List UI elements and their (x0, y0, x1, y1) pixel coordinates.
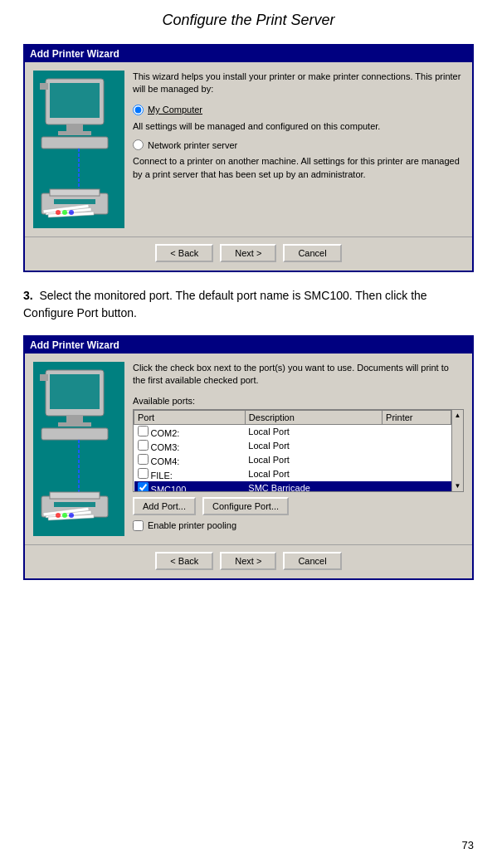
option2-desc: Connect to a printer on another machine.… (133, 155, 464, 181)
configure-port-button[interactable]: Configure Port... (202, 497, 289, 515)
dialog1: Add Printer Wizard (23, 44, 474, 272)
dialog2-buttons: < Back Next > Cancel (25, 544, 472, 578)
svg-point-28 (62, 513, 67, 518)
svg-rect-17 (40, 374, 48, 381)
dialog1-desc: This wizard helps you install your print… (133, 71, 464, 96)
dialog2-desc: Click the check box next to the port(s) … (133, 362, 464, 388)
svg-rect-19 (58, 422, 91, 427)
svg-point-27 (56, 513, 61, 518)
option2-label: Network printer server (148, 140, 237, 150)
option1-desc: All settings will be managed and configu… (133, 120, 464, 133)
svg-rect-8 (54, 199, 95, 204)
port-row-com4[interactable]: COM4: Local Port (134, 453, 451, 467)
svg-rect-23 (54, 502, 95, 507)
page-title: Configure the Print Server (0, 0, 497, 44)
port-com3-check[interactable]: COM3: (134, 439, 246, 453)
port-smc100-desc: SMC Barricade (245, 481, 382, 492)
svg-rect-5 (41, 137, 108, 149)
step3-text: 3. Select the monitored port. The defaul… (23, 287, 474, 322)
port-com2-desc: Local Port (245, 424, 382, 439)
scroll-down-arrow[interactable]: ▼ (453, 480, 463, 491)
port-smc100-check[interactable]: SMC100 (134, 481, 246, 492)
dialog1-content: This wizard helps you install your print… (133, 71, 464, 228)
dialog2-next-button[interactable]: Next > (220, 552, 276, 570)
svg-rect-18 (66, 416, 83, 422)
dialog2-titlebar: Add Printer Wizard (25, 337, 472, 354)
dialog2-back-button[interactable]: < Back (155, 552, 213, 570)
dialog1-buttons: < Back Next > Cancel (25, 237, 472, 271)
dialog2-content: Click the check box next to the port(s) … (133, 362, 464, 536)
port-com4-printer (382, 453, 451, 467)
enable-pooling-row[interactable]: Enable printer pooling (133, 520, 464, 531)
svg-point-13 (62, 210, 67, 215)
port-row-com3[interactable]: COM3: Local Port (134, 439, 451, 453)
dialog2-cancel-button[interactable]: Cancel (283, 552, 341, 570)
svg-rect-20 (41, 428, 108, 440)
svg-rect-1 (50, 83, 100, 118)
ports-scrollbar[interactable]: ▲ ▼ (451, 410, 463, 491)
checkbox-com2[interactable] (138, 426, 149, 436)
svg-rect-7 (50, 189, 100, 196)
port-row-file[interactable]: FILE: Local Port (134, 467, 451, 481)
dialog1-option2[interactable]: Network printer server (133, 139, 464, 150)
enable-pooling-label: Enable printer pooling (148, 520, 236, 530)
checkbox-com4[interactable] (138, 454, 149, 465)
port-com3-printer (382, 439, 451, 453)
svg-rect-2 (40, 83, 48, 90)
ports-table-container[interactable]: Port Description Printer COM2: Local Por… (133, 409, 464, 492)
port-com3-desc: Local Port (245, 439, 382, 453)
col-desc: Description (245, 410, 382, 424)
port-com4-desc: Local Port (245, 453, 382, 467)
port-action-buttons: Add Port... Configure Port... (133, 497, 464, 515)
col-printer: Printer (382, 410, 451, 424)
radio-mycomputer[interactable] (133, 105, 144, 115)
port-file-check[interactable]: FILE: (134, 467, 246, 481)
ports-label: Available ports: (133, 396, 464, 406)
dialog2-image (33, 362, 124, 536)
svg-point-29 (69, 513, 74, 518)
dialog2: Add Printer Wizard (23, 335, 474, 580)
svg-rect-3 (66, 124, 83, 131)
dialog1-image (33, 71, 124, 228)
option1-label: My Computer (148, 105, 202, 115)
ports-table: Port Description Printer COM2: Local Por… (134, 410, 451, 492)
add-port-button[interactable]: Add Port... (133, 497, 196, 515)
dialog1-next-button[interactable]: Next > (220, 244, 276, 262)
port-file-desc: Local Port (245, 467, 382, 481)
svg-rect-22 (50, 492, 100, 499)
port-smc100-printer (382, 481, 451, 492)
enable-pooling-checkbox[interactable] (133, 520, 144, 531)
col-port: Port (134, 410, 246, 424)
port-file-printer (382, 467, 451, 481)
port-com4-check[interactable]: COM4: (134, 453, 246, 467)
port-com2-printer (382, 424, 451, 439)
step3-number: 3. (23, 289, 33, 302)
port-row-com2[interactable]: COM2: Local Port (134, 424, 451, 439)
svg-point-14 (69, 210, 74, 215)
port-com2-check[interactable]: COM2: (134, 424, 246, 439)
svg-rect-4 (58, 131, 91, 135)
dialog1-option1[interactable]: My Computer (133, 105, 464, 115)
port-row-smc100[interactable]: SMC100 SMC Barricade (134, 481, 451, 492)
checkbox-com3[interactable] (138, 440, 149, 451)
page-number: 73 (462, 839, 474, 851)
step3-content: Select the monitored port. The default p… (23, 289, 427, 319)
dialog1-cancel-button[interactable]: Cancel (283, 244, 341, 262)
checkbox-smc100[interactable] (138, 482, 149, 492)
dialog1-titlebar: Add Printer Wizard (25, 46, 472, 62)
radio-networkprinter[interactable] (133, 139, 144, 150)
scroll-up-arrow[interactable]: ▲ (453, 410, 463, 421)
svg-point-12 (56, 210, 61, 215)
svg-rect-16 (50, 374, 100, 409)
checkbox-file[interactable] (138, 468, 149, 479)
dialog1-back-button[interactable]: < Back (155, 244, 213, 262)
